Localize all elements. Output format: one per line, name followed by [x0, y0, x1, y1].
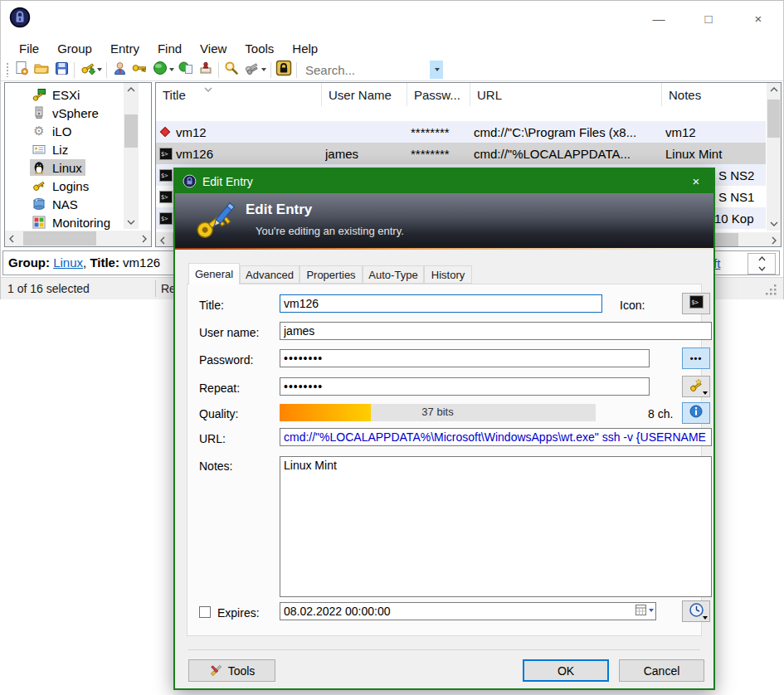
globe-icon	[152, 60, 168, 80]
scrollbar-thumb[interactable]	[124, 114, 138, 148]
repeat-password-input[interactable]	[280, 377, 650, 396]
copy-url-button[interactable]	[176, 60, 196, 80]
scroll-right-arrow[interactable]	[767, 232, 781, 247]
scroll-down-arrow[interactable]	[124, 216, 139, 229]
cancel-button[interactable]: Cancel	[619, 659, 704, 682]
menu-tools[interactable]: Tools	[236, 40, 283, 57]
tools-button[interactable]: Tools	[188, 659, 275, 682]
window-maximize-button[interactable]: □	[695, 6, 722, 31]
scroll-down-arrow[interactable]	[767, 217, 781, 231]
tools-icon	[209, 663, 223, 678]
open-database-button[interactable]	[32, 60, 51, 80]
entry-icon-button[interactable]: $>	[682, 293, 710, 314]
lock-icon	[275, 60, 292, 80]
group-link[interactable]: Linux	[53, 255, 83, 270]
window-minimize-button[interactable]: —	[645, 6, 672, 31]
search-icon	[223, 60, 240, 80]
list-vertical-scrollbar[interactable]	[767, 83, 781, 231]
url-input[interactable]	[280, 428, 712, 446]
title-input[interactable]	[280, 294, 602, 313]
spin-down-arrow[interactable]	[748, 264, 775, 274]
find-button[interactable]	[222, 60, 241, 80]
column-header-url[interactable]: URL	[470, 83, 662, 106]
tree-horizontal-scrollbar[interactable]	[5, 231, 151, 246]
scroll-right-arrow[interactable]	[138, 231, 151, 246]
tab-label: General	[195, 268, 233, 280]
password-input[interactable]	[280, 349, 650, 367]
save-database-button[interactable]	[51, 60, 71, 80]
main-titlebar: — □ ×	[1, 1, 783, 37]
table-row-selected[interactable]: $> vm126 james ******** cmd://"%LOCALAPP…	[156, 143, 766, 164]
tab-advanced[interactable]: Advanced	[240, 265, 299, 284]
search-dropdown-button[interactable]	[430, 61, 443, 79]
add-entry-button[interactable]	[77, 60, 104, 80]
cell-notes: vm12	[665, 121, 763, 143]
id-card-icon	[32, 142, 46, 157]
toolbar-separator	[106, 62, 107, 78]
expires-date-input[interactable]	[280, 603, 635, 620]
expires-checkbox[interactable]	[199, 606, 211, 618]
ok-button[interactable]: OK	[523, 659, 609, 682]
copy-username-button[interactable]	[110, 60, 129, 80]
column-header-username[interactable]: User Name	[322, 83, 407, 106]
copy-password-button[interactable]	[129, 60, 149, 80]
column-label: User Name	[329, 88, 392, 102]
tab-general[interactable]: General	[188, 263, 240, 284]
keepass-lock-icon	[183, 174, 197, 188]
table-row[interactable]: vm12 ******** cmd://"C:\Program Files (x…	[156, 121, 766, 143]
calendar-dropdown-button[interactable]	[635, 605, 654, 615]
menu-entry[interactable]: Entry	[101, 40, 149, 57]
quality-info-button[interactable]	[682, 402, 710, 424]
tab-label: Properties	[306, 269, 355, 281]
scrollbar-thumb[interactable]	[767, 100, 780, 138]
quality-chars-label: 8 ch.	[648, 407, 673, 420]
column-header-notes[interactable]: Notes	[662, 83, 766, 106]
tab-history[interactable]: History	[424, 265, 472, 284]
tab-label: Advanced	[246, 269, 294, 281]
scroll-left-arrow[interactable]	[156, 232, 169, 247]
notes-textarea[interactable]: Linux Mint	[280, 456, 712, 597]
scroll-up-arrow[interactable]	[124, 83, 139, 96]
chevron-down-icon	[649, 609, 654, 612]
column-header-title[interactable]: Title	[156, 83, 322, 106]
username-input[interactable]	[280, 322, 712, 340]
cell-username	[325, 121, 406, 143]
banner-subtitle: You're editing an existing entry.	[256, 225, 404, 237]
column-header-password[interactable]: Passw...	[407, 83, 470, 106]
tab-auto-type[interactable]: Auto-Type	[363, 265, 424, 284]
tab-label: History	[431, 269, 465, 281]
entry-list-header: Title User Name Passw... URL Notes	[156, 83, 766, 106]
tab-properties[interactable]: Properties	[299, 265, 363, 284]
resize-grip[interactable]	[766, 284, 777, 299]
sidebar-item-label: ESXi	[52, 88, 80, 102]
dialog-close-button[interactable]: ×	[682, 169, 710, 193]
menu-help[interactable]: Help	[283, 40, 327, 57]
window-close-button[interactable]: ×	[745, 6, 772, 31]
toolbar-grip[interactable]	[6, 62, 9, 77]
lock-workspace-button[interactable]	[274, 60, 294, 80]
generate-password-button[interactable]	[682, 376, 710, 397]
open-url-button[interactable]	[149, 60, 176, 80]
toolbar-separator	[74, 62, 75, 78]
menu-group[interactable]: Group	[48, 40, 101, 57]
menu-file[interactable]: File	[10, 40, 48, 57]
cell-notes: Linux Mint	[665, 143, 763, 164]
menu-view[interactable]: View	[191, 40, 236, 57]
perform-autotype-button[interactable]	[196, 60, 216, 80]
search-options-button[interactable]	[241, 60, 268, 80]
show-password-button[interactable]: •••	[682, 348, 710, 369]
globe-copy-icon	[178, 60, 194, 80]
spin-up-arrow[interactable]	[748, 254, 775, 264]
menu-find[interactable]: Find	[149, 40, 191, 57]
save-icon	[54, 61, 70, 80]
cell-url: cmd://"%LOCALAPPDATA...	[474, 143, 660, 164]
expiry-presets-button[interactable]	[682, 600, 710, 622]
scroll-left-arrow[interactable]	[5, 231, 18, 246]
tab-label: Auto-Type	[368, 269, 417, 281]
search-input[interactable]	[304, 62, 430, 78]
scroll-up-arrow[interactable]	[767, 83, 781, 96]
terminal-icon: $>	[159, 164, 174, 186]
tree-vertical-scrollbar[interactable]	[124, 83, 139, 229]
scrollbar-thumb[interactable]	[23, 231, 96, 245]
new-database-button[interactable]	[12, 60, 32, 80]
